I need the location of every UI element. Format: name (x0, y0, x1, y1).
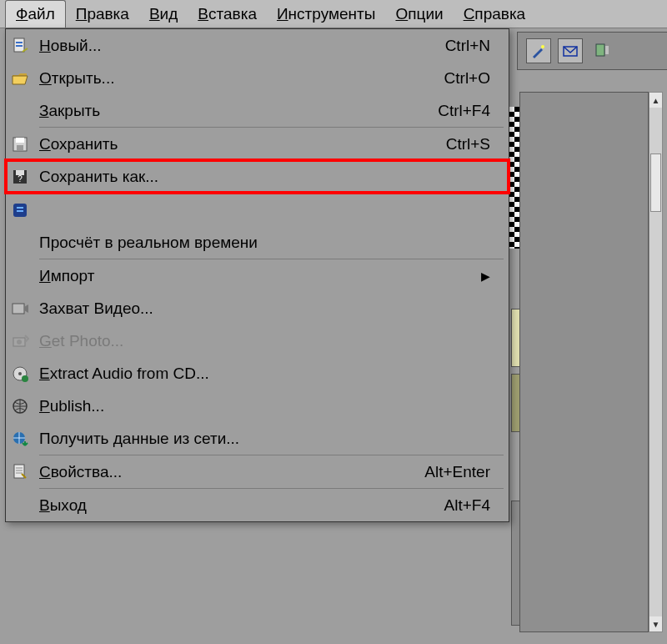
menu-options[interactable]: Опции (385, 0, 453, 28)
shortcut-label: Ctrl+N (445, 37, 490, 55)
scroll-up-icon[interactable]: ▲ (649, 93, 662, 108)
svg-rect-6 (16, 45, 23, 47)
menu-item-label: Extract Audio from CD... (34, 365, 490, 383)
menu-item-new[interactable]: Новый... Ctrl+N (6, 29, 509, 62)
menu-item-close[interactable]: Закрыть Ctrl+F4 (6, 94, 509, 127)
menu-item-realtime[interactable]: Просчёт в реальном времени (6, 226, 509, 259)
svg-rect-5 (16, 42, 23, 43)
new-file-icon (6, 37, 34, 55)
vertical-scrollbar[interactable]: ▲ ▼ (649, 92, 663, 632)
menu-item-get-network-data[interactable]: Получить данные из сети... (6, 422, 509, 455)
menu-item-properties[interactable]: Свойства... Alt+Enter (6, 455, 509, 488)
menu-item-label: Получить данные из сети... (34, 430, 490, 448)
svg-rect-14 (13, 304, 24, 314)
scroll-track[interactable] (649, 108, 662, 616)
menu-item-label: Импорт (34, 267, 474, 285)
submenu-arrow-icon: ▶ (481, 269, 490, 283)
menu-item-label: Get Photo... (34, 332, 490, 350)
menu-item-render[interactable] (6, 194, 509, 226)
menu-item-capture-video[interactable]: Захват Видео... (6, 292, 509, 325)
shortcut-label: Alt+F4 (444, 496, 490, 515)
panel-toggle-button[interactable] (589, 38, 614, 63)
svg-point-16 (17, 340, 22, 345)
menu-insert[interactable]: Вставка (188, 0, 267, 28)
svg-point-18 (18, 372, 22, 375)
menu-item-label: Захват Видео... (34, 299, 490, 318)
shortcut-label: Ctrl+F4 (438, 102, 490, 120)
menu-file[interactable]: Файл (5, 0, 66, 28)
menubar: Файл Правка Вид Вставка Инструменты Опци… (0, 0, 667, 28)
shortcut-label: Ctrl+S (446, 135, 490, 153)
menu-item-label: Новый... (34, 37, 445, 55)
shortcut-label: Ctrl+O (444, 69, 490, 88)
menu-view[interactable]: Вид (139, 0, 188, 28)
scroll-down-icon[interactable]: ▼ (649, 616, 662, 631)
menu-item-label: Сохранить как... (34, 168, 490, 186)
menu-item-label: Свойства... (34, 463, 424, 481)
menu-item-save-as[interactable]: ? Сохранить как... (6, 160, 509, 193)
svg-rect-2 (596, 44, 604, 56)
menu-item-label: Закрыть (34, 102, 438, 120)
shortcut-label: Alt+Enter (424, 463, 490, 481)
menu-item-open[interactable]: Открыть... Ctrl+O (6, 62, 509, 94)
svg-rect-3 (605, 46, 609, 54)
svg-rect-9 (17, 145, 23, 150)
svg-text:?: ? (18, 174, 23, 184)
cd-audio-icon (6, 365, 34, 383)
menu-item-import[interactable]: Импорт ▶ (6, 259, 509, 292)
svg-rect-8 (16, 138, 24, 143)
video-capture-icon (6, 299, 34, 318)
floppy-icon (6, 135, 34, 153)
menu-item-exit[interactable]: Выход Alt+F4 (6, 489, 509, 521)
right-panel (519, 92, 649, 632)
menu-item-get-photo: Get Photo... (6, 325, 509, 357)
menu-item-extract-audio[interactable]: Extract Audio from CD... (6, 357, 509, 390)
menu-tools[interactable]: Инструменты (267, 0, 385, 28)
properties-icon (6, 463, 34, 481)
scroll-thumb[interactable] (650, 153, 661, 212)
menu-item-label: Сохранить (34, 135, 446, 153)
menu-item-publish[interactable]: Publish... (6, 390, 509, 422)
render-icon (6, 201, 34, 219)
menu-item-label: Выход (34, 496, 444, 515)
toolbar-right-fragment (517, 32, 667, 70)
menu-item-label: Открыть... (34, 69, 444, 88)
camera-arrow-icon (6, 332, 34, 350)
svg-point-0 (541, 45, 544, 48)
menu-edit[interactable]: Правка (66, 0, 139, 28)
envelope-button[interactable] (558, 38, 583, 63)
floppy-question-icon: ? (6, 168, 34, 186)
folder-open-icon (6, 69, 34, 88)
svg-point-19 (22, 375, 28, 382)
menu-item-label: Publish... (34, 397, 490, 415)
wand-button[interactable] (526, 38, 551, 63)
menu-item-label: Просчёт в реальном времени (34, 234, 490, 252)
globe-download-icon (6, 430, 34, 448)
publish-icon (6, 397, 34, 415)
menu-item-save[interactable]: Сохранить Ctrl+S (6, 128, 509, 160)
file-dropdown: Новый... Ctrl+N Открыть... Ctrl+O Закрыт… (5, 28, 509, 522)
menu-help[interactable]: Справка (454, 0, 536, 28)
